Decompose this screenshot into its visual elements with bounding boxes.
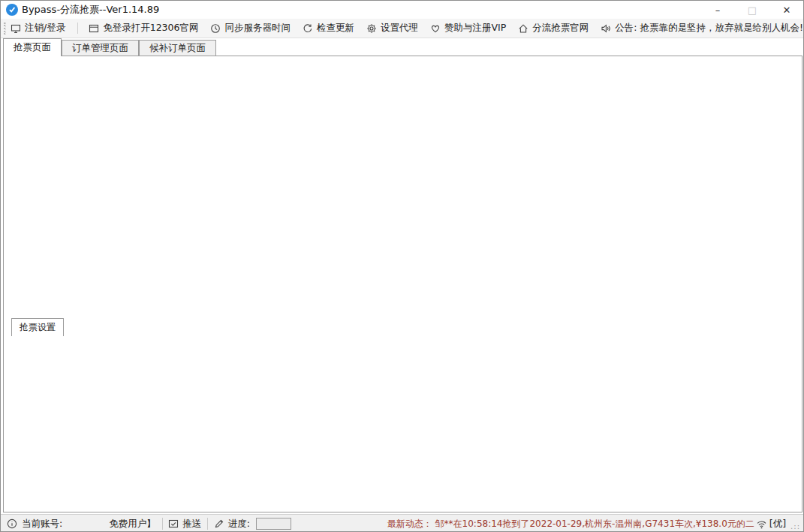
toolbar-item-label: 公告: 抢票靠的是坚持，放弃就是给别人机会! [615, 22, 803, 35]
resize-grip[interactable]: .:: [790, 522, 800, 530]
maximize-button[interactable]: □ [739, 2, 765, 18]
latest-news: 最新动态： 邹**在10:58:14抢到了2022-01-29,杭州东-温州南,… [387, 518, 754, 530]
toolbar-item-3[interactable]: 检查更新 [303, 22, 354, 35]
account-label: 当前账号: [22, 518, 62, 530]
wifi-icon [756, 519, 767, 529]
tab-page [3, 56, 802, 512]
main-tab-strip: 抢票页面订单管理页面候补订单页面 [3, 38, 216, 56]
toolbar-item-label: 检查更新 [317, 22, 354, 35]
progress-bar [256, 518, 291, 530]
window-icon [89, 23, 99, 34]
toolbar-item-5[interactable]: 赞助与注册VIP [430, 22, 506, 35]
monitor-icon [11, 23, 21, 34]
account-value: 免费用户】 [109, 518, 156, 530]
gear-icon [366, 23, 377, 34]
bottom-tab-0[interactable]: 抢票设置 [11, 318, 64, 336]
toolbar-item-2[interactable]: 同步服务器时间 [210, 22, 291, 35]
status-bar: 当前账号: 免费用户】 推送 进度: 最新动态： 邹**在10:58:14抢到了… [1, 514, 803, 532]
clock-icon [210, 23, 221, 34]
push-icon [168, 518, 179, 529]
toolbar-item-1[interactable]: 免登录打开12306官网 [89, 22, 198, 35]
speaker-icon [601, 23, 611, 34]
toolbar-item-label: 注销/登录 [25, 22, 65, 35]
refresh-icon [303, 23, 313, 34]
window-title: Bypass-分流抢票--Ver1.14.89 [22, 3, 159, 17]
toolbar-item-0[interactable]: 注销/登录 [11, 22, 65, 35]
home-icon [518, 23, 528, 34]
toolbar-item-6[interactable]: 分流抢票官网 [518, 22, 589, 35]
tab-2[interactable]: 候补订单页面 [139, 40, 216, 56]
title-bar: Bypass-分流抢票--Ver1.14.89 – □ ✕ [1, 1, 803, 19]
tab-1[interactable]: 订单管理页面 [62, 40, 139, 56]
toolbar-item-4[interactable]: 设置代理 [366, 22, 418, 35]
toolbar-item-7[interactable]: 公告: 抢票靠的是坚持，放弃就是给别人机会! [601, 22, 803, 35]
toolbar-item-label: 同步服务器时间 [224, 22, 291, 35]
toolbar-separator [77, 23, 78, 34]
signal-quality: [优] [769, 518, 786, 530]
progress-label: 进度: [228, 518, 250, 530]
pencil-icon [214, 518, 224, 529]
app-window: Bypass-分流抢票--Ver1.14.89 – □ ✕ 注销/登录免登录打开… [0, 0, 804, 532]
toolbar-item-label: 分流抢票官网 [532, 22, 589, 35]
app-logo-icon [6, 4, 18, 16]
toolbar-grip[interactable] [4, 23, 6, 35]
push-label[interactable]: 推送 [182, 518, 201, 530]
toolbar-item-label: 赞助与注册VIP [444, 22, 506, 35]
minimize-button[interactable]: – [705, 2, 730, 18]
tab-0[interactable]: 抢票页面 [3, 38, 62, 56]
toolbar-item-label: 设置代理 [381, 22, 418, 35]
toolbar-item-label: 免登录打开12306官网 [103, 22, 198, 35]
info-icon [7, 518, 17, 529]
toolbar: 注销/登录免登录打开12306官网同步服务器时间检查更新设置代理赞助与注册VIP… [1, 19, 803, 38]
close-button[interactable]: ✕ [774, 2, 799, 18]
heart-icon [430, 23, 441, 34]
